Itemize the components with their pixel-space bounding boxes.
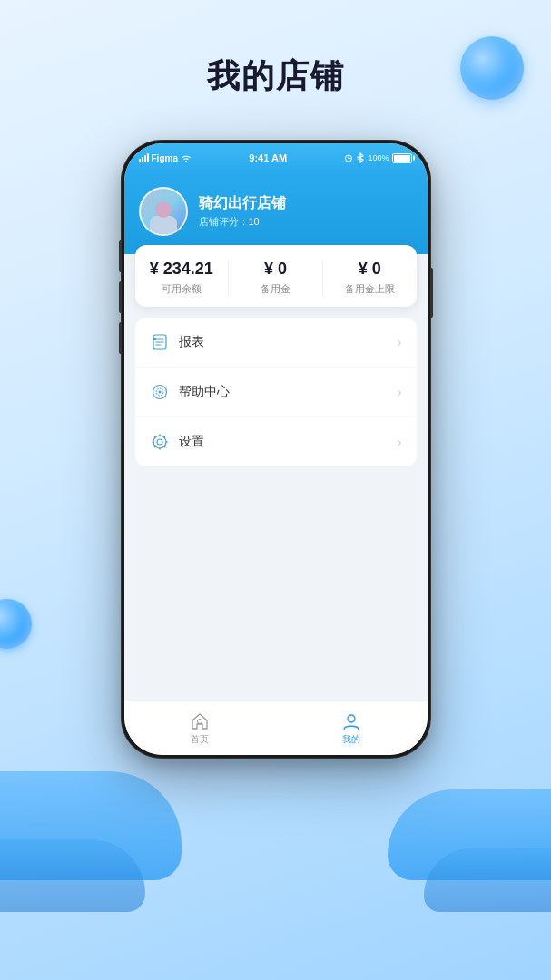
menu-item-settings[interactable]: 设置 › — [135, 417, 417, 466]
status-time: 9:41 AM — [249, 152, 287, 163]
store-rating-value: 10 — [249, 216, 260, 227]
balance-reserve-label: 备用金 — [229, 282, 322, 296]
svg-point-22 — [348, 715, 355, 722]
page-title: 我的店铺 — [0, 54, 551, 99]
svg-line-19 — [163, 436, 164, 437]
balance-available-amount: ¥ 234.21 — [135, 260, 229, 279]
reports-arrow-icon: › — [398, 335, 402, 349]
menu-reports-label: 报表 — [179, 334, 398, 350]
battery-icon — [392, 153, 412, 163]
svg-point-21 — [198, 719, 202, 723]
svg-line-20 — [154, 446, 155, 447]
status-right: 100% — [344, 152, 412, 163]
svg-rect-7 — [153, 338, 156, 340]
nav-mine-label: 我的 — [342, 733, 360, 746]
nav-home-label: 首页 — [191, 733, 209, 746]
status-bar: Figma 9:41 AM — [124, 143, 428, 172]
balance-reserve: ¥ 0 备用金 — [229, 260, 323, 296]
svg-line-17 — [154, 436, 155, 437]
phone-frame: Figma 9:41 AM — [122, 141, 430, 758]
avatar-body — [150, 216, 177, 234]
svg-point-11 — [157, 439, 162, 445]
wifi-icon — [181, 153, 192, 162]
person-icon — [341, 711, 361, 731]
menu-item-help[interactable]: 帮助中心 › — [135, 368, 417, 417]
svg-line-18 — [163, 446, 164, 447]
menu-list: 报表 › 帮助中心 › — [135, 318, 417, 466]
decorative-bubble-left — [0, 599, 32, 649]
balance-reserve-limit-amount: ¥ 0 — [323, 260, 417, 279]
nav-item-mine[interactable]: 我的 — [323, 706, 379, 751]
settings-icon — [150, 432, 170, 452]
phone-screen: Figma 9:41 AM — [124, 143, 428, 755]
help-icon — [150, 382, 170, 402]
battery-label: 100% — [368, 153, 389, 162]
status-left: Figma — [139, 153, 192, 163]
menu-settings-label: 设置 — [179, 434, 398, 450]
store-text: 骑幻出行店铺 店铺评分：10 — [199, 194, 286, 229]
avatar-image — [150, 200, 177, 234]
bluetooth-icon — [357, 152, 364, 163]
home-icon — [190, 711, 210, 731]
carrier-label: Figma — [152, 153, 178, 163]
app-header: 骑幻出行店铺 店铺评分：10 — [124, 172, 428, 254]
balance-reserve-limit-label: 备用金上限 — [323, 282, 417, 296]
menu-help-label: 帮助中心 — [179, 384, 398, 400]
help-arrow-icon: › — [398, 385, 402, 399]
balance-card: ¥ 234.21 可用余额 ¥ 0 备用金 ¥ 0 备用金上限 — [135, 245, 417, 307]
alarm-icon — [344, 153, 353, 162]
bottom-nav: 首页 我的 — [124, 701, 428, 755]
balance-available: ¥ 234.21 可用余额 — [135, 260, 230, 296]
wave-decoration-bottom-left-2 — [0, 839, 145, 912]
store-rating: 店铺评分：10 — [199, 215, 286, 229]
wave-decoration-bottom-right-2 — [424, 848, 551, 912]
content-area — [124, 466, 428, 701]
balance-reserve-amount: ¥ 0 — [229, 260, 322, 279]
store-info: 骑幻出行店铺 店铺评分：10 — [139, 187, 413, 236]
signal-bars-icon — [139, 153, 149, 162]
store-name: 骑幻出行店铺 — [199, 194, 286, 213]
settings-arrow-icon: › — [398, 435, 402, 449]
balance-reserve-limit: ¥ 0 备用金上限 — [323, 260, 417, 296]
store-rating-label: 店铺评分： — [199, 216, 249, 227]
report-icon — [150, 332, 170, 352]
phone-mockup: Figma 9:41 AM — [122, 141, 430, 758]
avatar — [139, 187, 188, 236]
nav-item-home[interactable]: 首页 — [172, 706, 228, 751]
svg-point-10 — [158, 391, 161, 394]
balance-available-label: 可用余额 — [135, 282, 229, 296]
battery-fill — [394, 155, 410, 162]
menu-item-reports[interactable]: 报表 › — [135, 318, 417, 368]
avatar-head — [155, 201, 172, 218]
